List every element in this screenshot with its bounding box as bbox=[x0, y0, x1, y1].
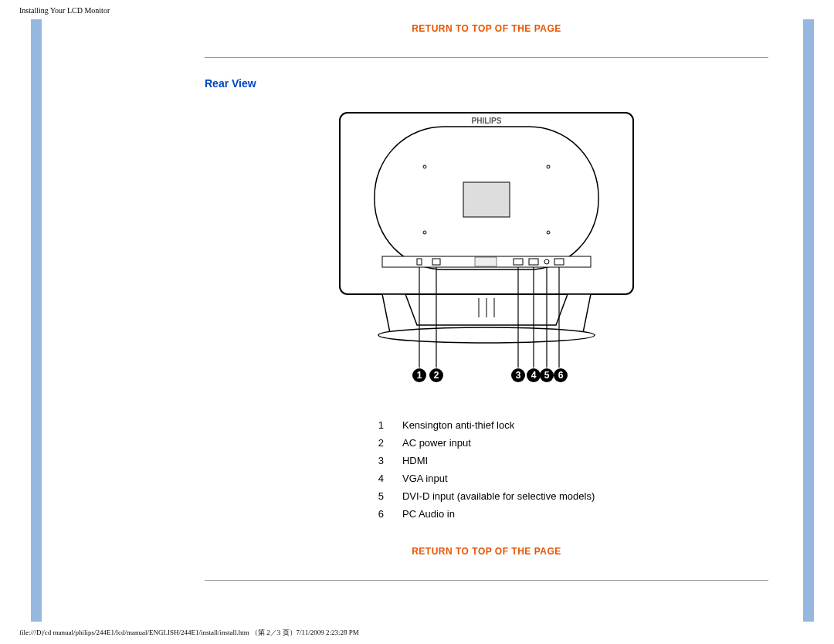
table-row: 2 AC power input bbox=[371, 434, 603, 452]
svg-text:6: 6 bbox=[558, 370, 564, 381]
port-num: 1 bbox=[371, 416, 402, 434]
left-margin-bar bbox=[31, 19, 42, 622]
rear-view-heading: Rear View bbox=[205, 77, 768, 90]
page-header-title: Installing Your LCD Monitor bbox=[19, 6, 110, 15]
port-label: PC Audio in bbox=[402, 505, 602, 523]
port-legend-table: 1 Kensington anti-thief lock 2 AC power … bbox=[371, 416, 603, 523]
svg-text:2: 2 bbox=[434, 370, 439, 381]
divider-2 bbox=[205, 580, 768, 581]
brand-label: PHILIPS bbox=[472, 117, 502, 125]
svg-text:3: 3 bbox=[516, 370, 521, 381]
svg-text:1: 1 bbox=[417, 370, 422, 381]
port-label: AC power input bbox=[402, 434, 602, 452]
table-row: 4 VGA input bbox=[371, 469, 603, 487]
port-num: 2 bbox=[371, 434, 402, 452]
svg-rect-14 bbox=[475, 257, 497, 266]
port-label: DVI-D input (available for selective mod… bbox=[402, 487, 602, 505]
main-content: RETURN TO TOP OF THE PAGE Rear View PHIL… bbox=[205, 19, 768, 600]
monitor-rear-svg: PHILIPS bbox=[324, 105, 649, 391]
return-top-link-2[interactable]: RETURN TO TOP OF THE PAGE bbox=[205, 546, 768, 557]
page-footer-path: file:///D|/cd manual/philips/244E1/lcd/m… bbox=[19, 628, 359, 638]
table-row: 5 DVI-D input (available for selective m… bbox=[371, 487, 603, 505]
port-label: Kensington anti-thief lock bbox=[402, 416, 602, 434]
right-margin-bar bbox=[803, 19, 814, 622]
divider-1 bbox=[205, 57, 768, 58]
port-num: 3 bbox=[371, 452, 402, 469]
rear-view-diagram: PHILIPS bbox=[205, 105, 768, 393]
port-num: 4 bbox=[371, 469, 402, 487]
port-num: 6 bbox=[371, 505, 402, 523]
port-num: 5 bbox=[371, 487, 402, 505]
table-row: 1 Kensington anti-thief lock bbox=[371, 416, 603, 434]
table-row: 3 HDMI bbox=[371, 452, 603, 469]
svg-point-18 bbox=[378, 327, 595, 343]
svg-rect-6 bbox=[463, 182, 510, 217]
svg-text:4: 4 bbox=[531, 370, 537, 381]
svg-text:5: 5 bbox=[544, 370, 550, 381]
port-label: HDMI bbox=[402, 452, 602, 469]
port-label: VGA input bbox=[402, 469, 602, 487]
table-row: 6 PC Audio in bbox=[371, 505, 603, 523]
return-top-link-1[interactable]: RETURN TO TOP OF THE PAGE bbox=[205, 23, 768, 34]
